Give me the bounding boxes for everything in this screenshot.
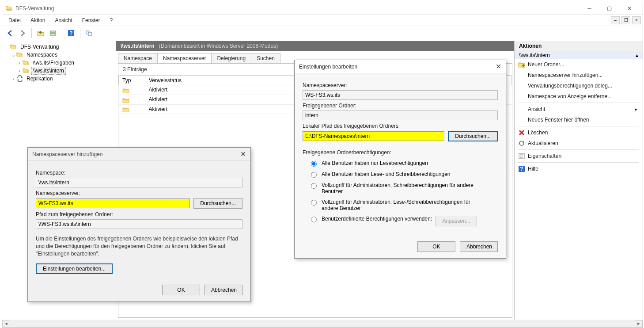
menu-action[interactable]: Aktion — [26, 15, 49, 25]
properties-toolbar-button[interactable] — [48, 28, 58, 38]
delete-icon — [518, 129, 525, 136]
tree-namespaces[interactable]: ⌵ Namespaces — [4, 51, 114, 59]
back-button[interactable] — [5, 28, 15, 38]
namespace-icon — [23, 59, 30, 66]
action-remove-ns[interactable]: Namespace von Anzeige entferne... — [515, 91, 643, 102]
action-new-window[interactable]: Neues Fenster hier öffnen — [515, 114, 643, 125]
tree-root-label: DFS-Verwaltung — [19, 43, 60, 50]
edit-settings-button[interactable]: Einstellungen bearbeiten... — [36, 263, 113, 274]
edit-cancel-button[interactable]: Abbrechen — [460, 241, 498, 252]
mdi-restore[interactable]: ❐ — [621, 16, 630, 24]
lbl-edit-share: Freigegebener Ordner: — [303, 103, 498, 109]
scrollbar[interactable]: ◄ ► — [2, 320, 643, 328]
folder-icon — [122, 87, 129, 93]
folder-icon — [122, 97, 129, 103]
radio-admin-write[interactable] — [311, 183, 317, 189]
actions-group[interactable]: \\ws.its\intern ▴ — [515, 51, 643, 59]
action-delegate[interactable]: Verwaltungsberechtigungen deleg... — [515, 80, 643, 91]
lbl-perms: Freigegebene Ordnerberechtigungen: — [303, 149, 498, 156]
action-refresh[interactable]: Aktualisieren — [515, 138, 643, 149]
input-edit-share — [303, 111, 498, 120]
namespaces-icon — [16, 51, 23, 58]
col-type[interactable]: Typ — [119, 76, 145, 85]
input-server[interactable] — [36, 198, 190, 208]
mdi-minimize[interactable]: – — [611, 16, 620, 24]
tab-namespace[interactable]: Namespace — [118, 53, 158, 63]
actions-title: Aktionen — [515, 41, 643, 51]
toolbar — [2, 26, 643, 40]
tree-root[interactable]: DFS-Verwaltung — [4, 43, 114, 51]
panel-button[interactable] — [84, 28, 95, 38]
tree-replication[interactable]: › Replikation — [4, 75, 114, 83]
lbl-namespace: Namespace: — [36, 170, 242, 176]
action-view[interactable]: Ansicht ▸ — [515, 104, 643, 114]
edit-settings-dialog: Einstellungen bearbeiten ✕ Namespaceserv… — [294, 60, 506, 259]
radio-admin-write-label: Vollzugriff für Administratoren, Schreib… — [322, 182, 485, 195]
help-toolbar-button[interactable] — [66, 28, 76, 38]
maximize-button[interactable]: ▢ — [599, 2, 619, 15]
menu-window[interactable]: Fenster — [78, 15, 105, 25]
custom-button: Anpassen... — [436, 216, 477, 226]
action-help[interactable]: Hilfe — [515, 164, 643, 174]
submenu-arrow-icon: ▸ — [635, 106, 637, 112]
lbl-edit-server: Namespaceserver: — [303, 82, 498, 88]
action-properties[interactable]: Eigenschaften — [515, 151, 643, 161]
tree-namespaces-label: Namespaces — [25, 51, 59, 58]
tree-ns2[interactable]: › \\ws.its\intern — [4, 67, 114, 75]
input-edit-local[interactable] — [303, 131, 444, 141]
scroll-right[interactable]: ► — [635, 320, 643, 327]
help-text: Um die Einstellungen des freigegebenen O… — [36, 235, 242, 257]
titlebar: DFS-Verwaltung ─ ▢ ✕ — [2, 2, 643, 15]
menu-help[interactable]: ? — [105, 15, 117, 25]
actions-pane: Aktionen \\ws.its\intern ▴ Neuer Ordner.… — [515, 41, 643, 320]
menubar: Datei Aktion Ansicht Fenster ? – ❐ × — [2, 15, 643, 26]
radio-admin-rw[interactable] — [311, 200, 317, 206]
window-title: DFS-Verwaltung — [15, 5, 580, 11]
namespace-path: \\ws.its\intern — [121, 43, 155, 49]
edit-dialog-title: Einstellungen bearbeiten — [299, 64, 496, 70]
browse-local-button[interactable]: Durchsuchen... — [448, 131, 498, 141]
lbl-server: Namespaceserver: — [36, 190, 242, 196]
add-dialog-close-icon[interactable]: ✕ — [240, 150, 246, 158]
tab-search[interactable]: Suchen — [251, 53, 280, 63]
help-icon — [518, 165, 525, 172]
namespace-icon — [23, 67, 30, 74]
close-button[interactable]: ✕ — [619, 2, 639, 15]
mdi-close[interactable]: × — [632, 16, 641, 24]
radio-admin-rw-label: Vollzugriff für Administratoren, Lese-/S… — [322, 199, 485, 211]
dfs-root-icon — [10, 43, 17, 50]
scroll-left[interactable]: ◄ — [2, 320, 10, 327]
up-button[interactable] — [35, 28, 46, 38]
tree-ns2-label: \\ws.its\intern — [31, 67, 66, 75]
replication-icon — [16, 75, 23, 82]
newfolder-icon — [518, 61, 525, 68]
input-path — [36, 219, 242, 229]
action-delete[interactable]: Löschen — [515, 127, 643, 138]
radio-readwrite[interactable] — [311, 172, 317, 178]
forward-button[interactable] — [17, 28, 28, 38]
menu-file[interactable]: Datei — [4, 15, 25, 25]
minimize-button[interactable]: ─ — [580, 2, 599, 15]
add-ok-button[interactable]: OK — [162, 285, 200, 295]
radio-readwrite-label: Alle Benutzer haben Lese- und Schreibber… — [322, 171, 451, 177]
action-add-server[interactable]: Namespaceserver hinzufügen... — [515, 70, 643, 80]
edit-dialog-titlebar[interactable]: Einstellungen bearbeiten ✕ — [295, 60, 506, 73]
tab-delegation[interactable]: Delegierung — [211, 53, 251, 63]
add-dialog-title: Namespaceserver hinzufügen — [32, 151, 240, 157]
browse-server-button[interactable]: Durchsuchen... — [193, 198, 242, 209]
edit-dialog-close-icon[interactable]: ✕ — [496, 62, 501, 71]
add-cancel-button[interactable]: Abbrechen — [205, 285, 242, 295]
menu-view[interactable]: Ansicht — [50, 15, 76, 25]
radio-readonly-label: Alle Benutzer haben nur Leseberechtigung… — [322, 160, 428, 166]
tree-ns1[interactable]: › \\ws.its\Freigaben — [4, 59, 114, 67]
tree-replication-label: Replikation — [25, 75, 54, 82]
edit-ok-button[interactable]: OK — [417, 241, 455, 252]
radio-custom[interactable] — [311, 217, 317, 222]
add-dialog-titlebar[interactable]: Namespaceserver hinzufügen ✕ — [28, 148, 250, 161]
input-namespace — [36, 178, 242, 187]
lbl-path: Pfad zum freigegebenen Ordner: — [36, 211, 242, 217]
radio-readonly[interactable] — [311, 161, 317, 167]
input-edit-server — [303, 90, 498, 100]
action-new-folder[interactable]: Neuer Ordner... — [515, 59, 643, 70]
tab-namespaceserver[interactable]: Namespaceserver — [157, 53, 212, 63]
